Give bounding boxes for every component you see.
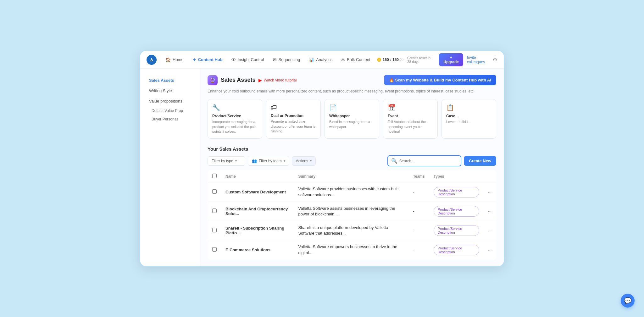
row-checkbox-cell[interactable] xyxy=(208,202,221,221)
category-card-title: Product/Service xyxy=(212,114,258,118)
col-actions xyxy=(484,170,496,182)
type-badge: Product/Service Description xyxy=(434,225,479,236)
main-layout: Sales Assets Writing Style Value proposi… xyxy=(140,69,504,266)
sidebar-item-value-propositions[interactable]: Value propositions xyxy=(143,96,197,106)
event-icon: 📅 xyxy=(388,104,433,111)
row-actions-button[interactable]: ··· xyxy=(484,221,496,240)
row-actions-button[interactable]: ··· xyxy=(484,202,496,221)
category-card-desc: Incorporate messaging for a product you … xyxy=(212,120,258,134)
filter-type-label: Filter by type xyxy=(212,159,233,163)
row-checkbox-cell[interactable] xyxy=(208,240,221,259)
credits-reset-text: Credits reset in 28 days xyxy=(407,56,435,64)
col-types: Types xyxy=(429,170,484,182)
page-subtitle: Enhance your cold outbound emails with m… xyxy=(208,89,496,93)
credits-total: 150 xyxy=(392,58,399,62)
category-card-desc: Promote a limited time discount or offer… xyxy=(271,119,316,134)
nav-items: 🏠 Home ✦ Content Hub 👁 Insight Control ✉… xyxy=(162,55,374,64)
category-card-deal-promotion[interactable]: 🏷 Deal or Promotion Promote a limited ti… xyxy=(266,99,321,139)
nav-item-sequencing[interactable]: ✉ Sequencing xyxy=(269,55,304,64)
filter-team-dropdown[interactable]: 👥 Filter by team ▾ xyxy=(248,156,289,166)
invite-link[interactable]: Invite colleagues xyxy=(467,55,489,64)
nav-item-insight-control[interactable]: 👁 Insight Control xyxy=(228,55,268,64)
upgrade-button[interactable]: + Upgrade xyxy=(439,53,463,66)
category-card-product-service[interactable]: 🔧 Product/Service Incorporate messaging … xyxy=(208,99,262,139)
type-badge: Product/Service Description xyxy=(434,245,479,255)
sidebar-item-sales-assets[interactable]: Sales Assets xyxy=(143,75,197,85)
content-hub-icon: ✦ xyxy=(192,57,196,62)
table-row: ShareIt - Subscription Sharing Platfo...… xyxy=(208,221,496,240)
page-header: 🔮 Sales Assets ▶ Watch video tutorial 🔥 … xyxy=(208,75,496,85)
col-teams: Teams xyxy=(409,170,429,182)
filter-team-label: Filter by team xyxy=(259,159,282,163)
table-row: E-Commerce Solutions Valletta Software e… xyxy=(208,240,496,259)
table-row: Blockchain And Cryptocurrency Solut... V… xyxy=(208,202,496,221)
home-icon: 🏠 xyxy=(165,57,171,62)
table-section-title: Your Sales Assets xyxy=(208,146,496,152)
people-icon: 👥 xyxy=(252,158,257,163)
select-all-checkbox[interactable] xyxy=(212,174,217,178)
scan-website-button[interactable]: 🔥 Scan my Website & Build my Content Hub… xyxy=(384,75,496,85)
category-card-title: Deal or Promotion xyxy=(271,114,316,118)
nav-right: 🪙 150 / 150 ⓘ Credits reset in 28 days +… xyxy=(377,53,497,66)
type-badge: Product/Service Description xyxy=(434,206,479,217)
row-name[interactable]: Blockchain And Cryptocurrency Solut... xyxy=(221,202,294,221)
nav-item-analytics[interactable]: 📊 Analytics xyxy=(305,55,336,64)
row-teams: - xyxy=(409,182,429,202)
row-summary: ShareIt is a unique platform developed b… xyxy=(294,221,408,240)
row-checkbox[interactable] xyxy=(212,209,217,213)
row-checkbox[interactable] xyxy=(212,228,217,232)
product-service-icon: 🔧 xyxy=(212,104,258,111)
nav-item-home[interactable]: 🏠 Home xyxy=(162,55,187,64)
nav-item-content-hub[interactable]: ✦ Content Hub xyxy=(189,55,226,64)
row-summary: Valletta Software provides businesses wi… xyxy=(294,182,408,202)
sidebar: Sales Assets Writing Style Value proposi… xyxy=(140,69,200,266)
table-toolbar: Filter by type ▾ 👥 Filter by team ▾ Acti… xyxy=(208,155,496,166)
search-box: 🔍 xyxy=(387,155,462,166)
case-icon: 📋 xyxy=(446,104,491,111)
create-new-button[interactable]: Create New xyxy=(464,156,496,166)
row-actions-button[interactable]: ··· xyxy=(484,240,496,259)
actions-dropdown[interactable]: Actions ▾ xyxy=(292,156,316,166)
app-container: ∧ 🏠 Home ✦ Content Hub 👁 Insight Control… xyxy=(140,50,504,267)
page-title: Sales Assets xyxy=(221,77,255,83)
settings-icon[interactable]: ⚙ xyxy=(492,56,497,63)
col-name: Name xyxy=(221,170,294,182)
logo[interactable]: ∧ xyxy=(147,55,157,65)
search-input[interactable] xyxy=(399,159,458,163)
row-checkbox[interactable] xyxy=(212,247,217,252)
type-badge: Product/Service Description xyxy=(434,187,479,197)
row-name[interactable]: Custom Software Development xyxy=(221,182,294,202)
sidebar-item-default-value-prop[interactable]: Default Value Prop xyxy=(143,107,197,115)
category-card-event[interactable]: 📅 Event Tell Autobound about the upcomin… xyxy=(383,99,438,139)
category-card-desc: Tell Autobound about the upcoming event … xyxy=(388,120,433,134)
row-teams: - xyxy=(409,240,429,259)
chevron-down-icon: ▾ xyxy=(235,159,237,163)
row-teams: - xyxy=(409,221,429,240)
row-checkbox[interactable] xyxy=(212,189,217,194)
row-summary: Valletta Software assists businesses in … xyxy=(294,202,408,221)
row-checkbox-cell[interactable] xyxy=(208,182,221,202)
credits-badge: 🪙 150 / 150 ⓘ xyxy=(377,57,403,62)
row-name[interactable]: E-Commerce Solutions xyxy=(221,240,294,259)
filter-type-dropdown[interactable]: Filter by type ▾ xyxy=(208,156,245,166)
row-actions-button[interactable]: ··· xyxy=(484,182,496,202)
row-type: Product/Service Description xyxy=(429,221,484,240)
watch-tutorial-link[interactable]: ▶ Watch video tutorial xyxy=(258,78,297,83)
coin-icon: 🪙 xyxy=(377,58,381,62)
actions-label: Actions xyxy=(296,159,308,163)
category-card-whitepaper[interactable]: 📄 Whitepaper Blend in messaging from a w… xyxy=(325,99,379,139)
category-card-case[interactable]: 📋 Case... Lever... build t... xyxy=(441,99,496,139)
row-name[interactable]: ShareIt - Subscription Sharing Platfo... xyxy=(221,221,294,240)
chat-button[interactable]: 💬 xyxy=(621,294,635,308)
sidebar-item-buyer-personas[interactable]: Buyer Personas xyxy=(143,115,197,123)
credits-used: 150 xyxy=(383,58,389,62)
nav-item-bulk-content[interactable]: ✻ Bulk Content xyxy=(337,55,374,64)
sidebar-item-writing-style[interactable]: Writing Style xyxy=(143,86,197,96)
row-type: Product/Service Description xyxy=(429,182,484,202)
chevron-down-icon: ▾ xyxy=(284,159,285,163)
youtube-icon: ▶ xyxy=(258,78,262,83)
category-card-title: Event xyxy=(388,114,433,118)
data-table: Name Summary Teams Types Custom Software… xyxy=(208,170,496,260)
row-checkbox-cell[interactable] xyxy=(208,221,221,240)
analytics-icon: 📊 xyxy=(309,57,314,62)
